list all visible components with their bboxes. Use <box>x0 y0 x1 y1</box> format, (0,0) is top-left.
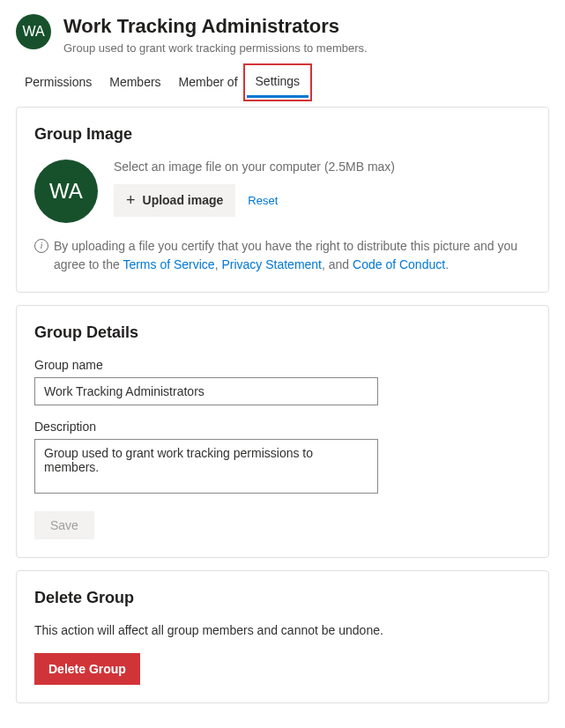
info-icon: i <box>34 239 48 253</box>
save-button[interactable]: Save <box>34 511 94 539</box>
group-name-input[interactable] <box>34 377 378 405</box>
tab-members[interactable]: Members <box>100 67 169 98</box>
legal-notice: i By uploading a file you certify that y… <box>34 237 531 274</box>
group-details-heading: Group Details <box>34 323 531 342</box>
page-title: Work Tracking Administrators <box>63 14 368 40</box>
page-subtitle: Group used to grant work tracking permis… <box>63 41 368 55</box>
privacy-link[interactable]: Privacy Statement <box>221 257 322 271</box>
description-input[interactable] <box>34 439 378 494</box>
group-avatar-large: WA <box>34 160 98 223</box>
description-label: Description <box>34 420 531 434</box>
tabs-bar: Permissions Members Member of Settings <box>16 67 549 98</box>
group-details-card: Group Details Group name Description Sav… <box>16 305 549 558</box>
tab-member-of[interactable]: Member of <box>170 67 247 98</box>
delete-group-button[interactable]: Delete Group <box>34 653 140 685</box>
group-image-card: Group Image WA Select an image file on y… <box>16 107 549 293</box>
upload-image-button[interactable]: + Upload image <box>114 184 235 217</box>
upload-label: Upload image <box>143 193 224 207</box>
delete-group-card: Delete Group This action will affect all… <box>16 570 549 703</box>
delete-warning: This action will affect all group member… <box>34 623 531 637</box>
tab-settings[interactable]: Settings <box>247 67 309 98</box>
group-avatar: WA <box>16 14 51 49</box>
page-header: WA Work Tracking Administrators Group us… <box>16 14 549 55</box>
group-image-heading: Group Image <box>34 125 531 144</box>
tab-permissions[interactable]: Permissions <box>16 67 100 98</box>
delete-group-heading: Delete Group <box>34 589 531 607</box>
group-name-label: Group name <box>34 358 531 372</box>
plus-icon: + <box>126 191 136 210</box>
code-of-conduct-link[interactable]: Code of Conduct <box>353 257 445 271</box>
upload-instruction: Select an image file on your computer (2… <box>114 160 395 174</box>
terms-link[interactable]: Terms of Service <box>123 257 214 271</box>
reset-button[interactable]: Reset <box>248 194 278 207</box>
